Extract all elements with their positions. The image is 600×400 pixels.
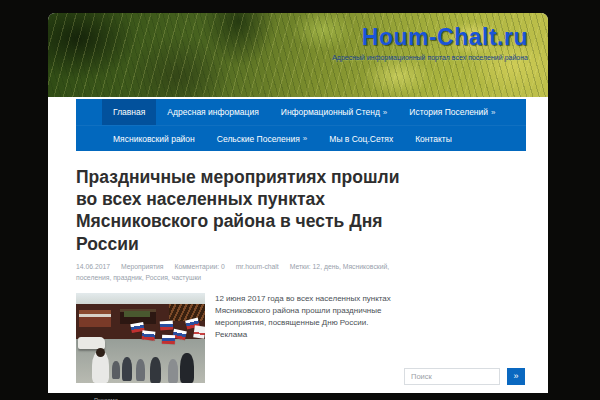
photo-storefront — [79, 310, 111, 327]
post-meta: 14.06.2017 Мероприятия Комментарии: 0 mr… — [76, 261, 411, 284]
search-submit-button[interactable]: » — [507, 368, 525, 385]
site-title[interactable]: Houm-Chalt.ru — [362, 24, 528, 51]
main-navigation: Главная Адресная информация Информационн… — [76, 99, 526, 151]
nav-item-info-stand[interactable]: Информационный Стенд » — [270, 99, 399, 125]
photo-person — [168, 359, 178, 383]
site-tagline: Адресный информационный портал всех посе… — [332, 54, 528, 61]
page-container: Houm-Chalt.ru Адресный информационный по… — [48, 13, 548, 393]
photo-person-head — [96, 348, 105, 357]
nav-item-rural-settlements[interactable]: Сельские Поселения » — [206, 126, 319, 151]
article-photo-crowd-with-flags — [76, 293, 205, 383]
nav-item-label: Мясниковский район — [113, 134, 195, 144]
russian-flag — [162, 335, 175, 344]
nav-item-address-info[interactable]: Адресная информация — [156, 99, 269, 125]
submenu-chevron-icon: » — [491, 108, 495, 117]
photo-person — [136, 359, 145, 381]
search-widget: » — [404, 368, 525, 385]
nav-item-settlement-history[interactable]: История Поселений » — [398, 99, 506, 125]
nav-item-home[interactable]: Главная — [102, 99, 156, 125]
post-comments-link[interactable]: Комментарии: 0 — [174, 263, 224, 270]
nav-item-social-networks[interactable]: Мы в Соц.Сетях — [318, 126, 404, 151]
post-date: 14.06.2017 — [76, 263, 110, 270]
photo-person — [150, 357, 161, 383]
photo-sign — [124, 311, 150, 317]
russian-flag — [142, 330, 156, 340]
russian-flag — [160, 321, 174, 331]
post-category-link[interactable]: Мероприятия — [121, 263, 164, 270]
search-input[interactable] — [404, 368, 500, 385]
nav-item-label: История Поселений — [409, 107, 488, 117]
post-author-link[interactable]: mr.houm-chalt — [236, 263, 279, 270]
nav-item-label: Адресная информация — [167, 107, 258, 117]
article-text: 12 июня 2017 года во всех населенных пун… — [215, 293, 397, 383]
nav-item-label: Информационный Стенд — [281, 107, 380, 117]
photo-person — [122, 357, 132, 381]
white-flag — [193, 325, 205, 338]
submenu-chevron-icon: » — [383, 108, 387, 117]
nav-item-label: Главная — [113, 107, 145, 117]
nav-row-1: Главная Адресная информация Информационн… — [76, 99, 526, 125]
nav-item-label: Мы в Соц.Сетях — [329, 134, 393, 144]
photo-person — [112, 361, 120, 379]
nav-row-2: Мясниковский район Сельские Поселения » … — [76, 125, 526, 151]
submenu-chevron-icon: » — [303, 134, 307, 143]
header-grass-image: Houm-Chalt.ru Адресный информационный по… — [48, 13, 548, 97]
nav-item-label: Сельские Поселения — [217, 134, 300, 144]
photo-person — [180, 353, 194, 383]
photo-lattice — [169, 304, 205, 321]
content-area: Праздничные мероприятиях прошли во всех … — [48, 151, 548, 400]
post-title: Праздничные мероприятиях прошли во всех … — [76, 166, 418, 255]
nav-item-myasnikovsky-district[interactable]: Мясниковский район — [102, 126, 206, 151]
nav-item-label: Контакты — [415, 134, 452, 144]
nav-item-contacts[interactable]: Контакты — [404, 126, 463, 151]
